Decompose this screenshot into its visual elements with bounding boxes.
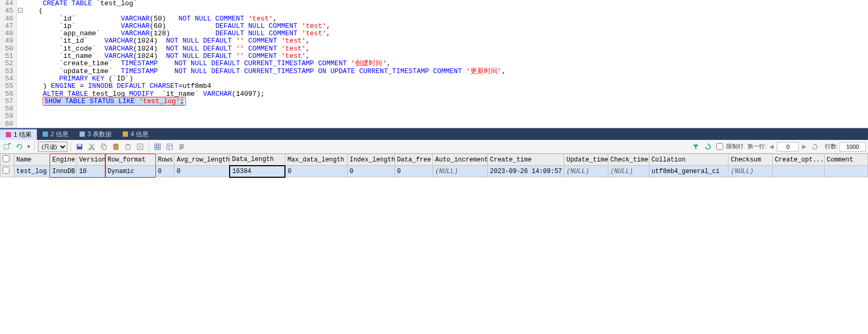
paste-button[interactable] [111,141,121,152]
first-row-label: 第一行: [747,143,766,150]
tab-2信息[interactable]: 2 信息 [37,128,74,140]
line-gutter: 4445464748495051525354555657585960 [0,0,17,128]
separator [71,142,71,151]
col-create_time[interactable]: Create_time [488,154,564,166]
svg-rect-11 [114,144,119,149]
cell-name[interactable]: test_log [14,166,50,177]
cell-update_time[interactable]: (NULL) [564,166,608,177]
row-count-input[interactable] [840,142,866,151]
cell-avg_row_length[interactable]: 0 [174,166,230,177]
result-tab-bar: 1 结果2 信息3 表数据4 信息 [0,128,868,140]
view-text-button[interactable] [176,141,187,152]
cell-comment[interactable] [824,166,868,177]
first-row-input[interactable] [777,142,799,151]
limit-rows-label: 限制行 [726,143,744,150]
color-icon [122,131,129,137]
row-count-label: 行数: [825,143,838,150]
table-icon [5,131,12,138]
tab-label: 2 信息 [51,130,68,139]
col-data_free[interactable]: Data_free [394,154,433,166]
cell-engine[interactable]: InnoDB [50,166,77,177]
tab-4信息[interactable]: 4 信息 [117,128,154,140]
cell-data_free[interactable]: 0 [394,166,433,177]
filter-button[interactable] [691,141,701,152]
copy-button[interactable] [98,141,109,152]
dropdown-arrow-icon: ▼ [26,144,31,149]
cell-auto_increment[interactable]: (NULL) [433,166,488,177]
tab-3表数据[interactable]: 3 表数据 [74,128,117,140]
sql-editor[interactable]: 4445464748495051525354555657585960 − CRE… [0,0,868,128]
code-content[interactable]: CREATE TABLE `test_log` ( `id` VARCHAR(5… [24,0,868,128]
svg-rect-10 [103,145,106,149]
info-icon [42,131,48,137]
svg-rect-3 [123,131,128,137]
svg-rect-4 [4,144,9,149]
svg-rect-0 [6,132,11,137]
nav-next-button[interactable]: ▶ [801,141,808,152]
cell-create_opt-[interactable] [772,166,824,177]
delete-button[interactable] [123,141,133,152]
svg-rect-14 [155,144,161,149]
col-auto_increment[interactable]: Auto_increment [433,154,488,166]
cell-max_data_length[interactable]: 0 [285,166,347,177]
cell-data_length[interactable]: 16384 [230,166,285,177]
result-toolbar: ▼ (只读) 限制行 第一行: ◀ ▶ 行数: [0,140,868,154]
col-check_time[interactable]: Check_time [608,154,649,166]
separator [149,142,149,151]
svg-rect-6 [77,144,81,146]
fold-gutter: − [17,0,24,128]
cell-create_time[interactable]: 2023-09-26 14:09:57 [488,166,564,177]
tab-label: 3 表数据 [87,130,112,139]
col-name[interactable]: Name [14,154,50,166]
add-row-button[interactable] [2,141,13,152]
svg-rect-1 [43,131,48,137]
cell-collation[interactable]: utf8mb4_general_ci [649,166,728,177]
col-avg_row_length[interactable]: Avg_row_length [174,154,230,166]
col-row_format[interactable]: Row_format [105,154,155,166]
nav-prev-button[interactable]: ◀ [768,141,775,152]
refresh-button[interactable] [14,141,25,152]
limit-rows-checkbox[interactable] [716,143,723,150]
readonly-select[interactable]: (只读) [38,141,67,152]
tab-label: 1 结果 [14,130,32,139]
row-checkbox[interactable] [3,167,9,174]
result-grid-wrap: NameEngineVersionRow_formatRowsAvg_row_l… [0,154,868,178]
view-grid-button[interactable] [152,141,163,152]
tab-1结果[interactable]: 1 结果 [0,128,37,140]
col-create_opt-[interactable]: Create_opt... [772,154,824,166]
col-data_length[interactable]: Data_length [230,154,285,166]
col-collation[interactable]: Collation [649,154,728,166]
cell-row_format[interactable]: Dynamic [105,166,155,177]
cell-check_time[interactable]: (NULL) [608,166,649,177]
col-index_length[interactable]: Index_length [347,154,394,166]
col-comment[interactable]: Comment [824,154,868,166]
result-grid[interactable]: NameEngineVersionRow_formatRowsAvg_row_l… [0,154,868,178]
cell-rows[interactable]: 0 [155,166,174,177]
save-button[interactable] [74,141,85,152]
col-checksum[interactable]: Checksum [728,154,772,166]
table-row[interactable]: test_logInnoDB10Dynamic0016384000(NULL)2… [1,166,868,177]
cut-button[interactable] [86,141,97,152]
reload-button[interactable] [703,141,713,152]
cell-version[interactable]: 10 [77,166,105,177]
grid-icon [79,131,85,137]
col-engine[interactable]: Engine [50,154,77,166]
nav-refresh-button[interactable] [810,141,820,152]
col-rows[interactable]: Rows [155,154,174,166]
cell-index_length[interactable]: 0 [347,166,394,177]
col-update_time[interactable]: Update_time [564,154,608,166]
separator [34,142,35,151]
svg-rect-15 [167,144,173,149]
svg-rect-12 [115,143,117,145]
cell-checksum[interactable]: (NULL) [728,166,772,177]
col-max_data_length[interactable]: Max_data_length [285,154,347,166]
tab-label: 4 信息 [131,130,149,139]
svg-rect-2 [80,131,85,137]
clear-button[interactable] [135,141,145,152]
col-version[interactable]: Version [77,154,105,166]
fold-toggle[interactable]: − [18,8,23,13]
view-form-button[interactable] [164,141,175,152]
select-all-checkbox[interactable] [3,155,9,162]
